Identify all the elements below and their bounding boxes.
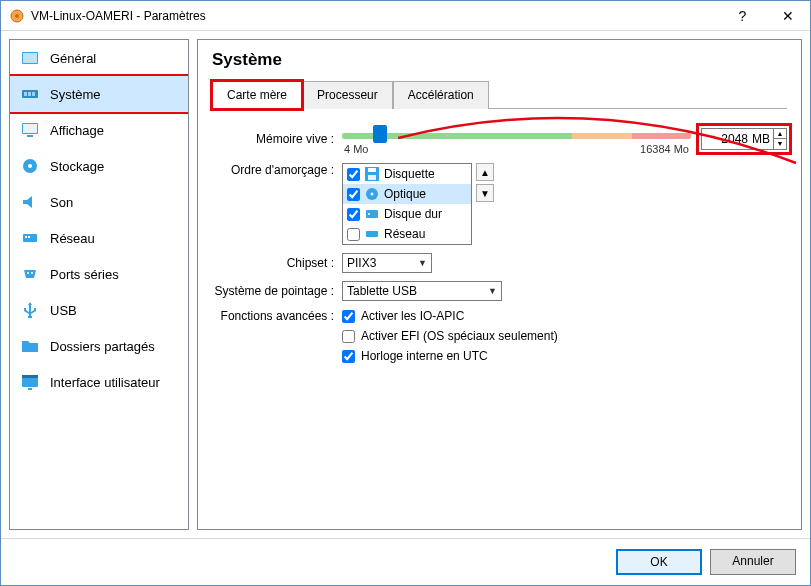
memory-label: Mémoire vive : bbox=[212, 132, 342, 146]
memory-value-input[interactable] bbox=[702, 132, 750, 146]
chipset-value: PIIX3 bbox=[347, 256, 376, 270]
adv-utc-checkbox[interactable] bbox=[342, 350, 355, 363]
svg-rect-5 bbox=[24, 92, 27, 96]
sidebar-item-serial[interactable]: Ports séries bbox=[10, 256, 188, 292]
sidebar-item-ui[interactable]: Interface utilisateur bbox=[10, 364, 188, 400]
sidebar-item-label: USB bbox=[50, 303, 77, 318]
tab-motherboard[interactable]: Carte mère bbox=[212, 81, 302, 109]
sidebar-item-display[interactable]: Affichage bbox=[10, 112, 188, 148]
hdd-icon bbox=[364, 206, 380, 222]
sidebar-item-label: Système bbox=[50, 87, 101, 102]
pointing-select[interactable]: Tablette USB ▼ bbox=[342, 281, 502, 301]
adv-efi-checkbox[interactable] bbox=[342, 330, 355, 343]
svg-point-16 bbox=[27, 272, 29, 274]
svg-rect-7 bbox=[32, 92, 35, 96]
boot-network-checkbox[interactable] bbox=[347, 228, 360, 241]
boot-optical-checkbox[interactable] bbox=[347, 188, 360, 201]
svg-rect-14 bbox=[25, 236, 27, 238]
titlebar-buttons: ? ✕ bbox=[720, 1, 810, 30]
tab-acceleration[interactable]: Accélération bbox=[393, 81, 489, 109]
chipset-label: Chipset : bbox=[212, 256, 342, 270]
boot-item-label: Réseau bbox=[384, 227, 425, 241]
sidebar-item-system[interactable]: Système bbox=[9, 74, 189, 114]
boot-item-label: Disque dur bbox=[384, 207, 442, 221]
pointing-row: Système de pointage : Tablette USB ▼ bbox=[212, 281, 787, 301]
svg-rect-19 bbox=[22, 375, 38, 378]
ok-button[interactable]: OK bbox=[616, 549, 702, 575]
sidebar-item-general[interactable]: Général bbox=[10, 40, 188, 76]
boot-label: Ordre d'amorçage : bbox=[212, 163, 342, 177]
sidebar-item-label: Réseau bbox=[50, 231, 95, 246]
sidebar-item-label: Dossiers partagés bbox=[50, 339, 155, 354]
folder-icon bbox=[20, 336, 40, 356]
floppy-icon bbox=[364, 166, 380, 182]
adv-utc[interactable]: Horloge interne en UTC bbox=[342, 349, 787, 363]
svg-point-1 bbox=[15, 14, 19, 18]
adv-ioapic[interactable]: Activer les IO-APIC bbox=[342, 309, 787, 323]
svg-rect-6 bbox=[28, 92, 31, 96]
close-button[interactable]: ✕ bbox=[765, 1, 810, 30]
chipset-select[interactable]: PIIX3 ▼ bbox=[342, 253, 432, 273]
chipset-row: Chipset : PIIX3 ▼ bbox=[212, 253, 787, 273]
cancel-button[interactable]: Annuler bbox=[710, 549, 796, 575]
sidebar-item-label: Affichage bbox=[50, 123, 104, 138]
system-icon bbox=[20, 84, 40, 104]
boot-reorder-buttons: ▲ ▼ bbox=[476, 163, 494, 245]
svg-rect-15 bbox=[28, 236, 30, 238]
sidebar-item-network[interactable]: Réseau bbox=[10, 220, 188, 256]
memory-spinbox[interactable]: MB ▲ ▼ bbox=[701, 128, 787, 150]
network-small-icon bbox=[364, 226, 380, 242]
svg-rect-22 bbox=[368, 168, 376, 172]
spin-down-button[interactable]: ▼ bbox=[774, 139, 786, 149]
sidebar-item-storage[interactable]: Stockage bbox=[10, 148, 188, 184]
sidebar-item-label: Interface utilisateur bbox=[50, 375, 160, 390]
boot-move-up-button[interactable]: ▲ bbox=[476, 163, 494, 181]
memory-row: Mémoire vive : 4 Mo 16384 Mo bbox=[212, 123, 787, 155]
boot-item-label: Disquette bbox=[384, 167, 435, 181]
sidebar-item-label: Ports séries bbox=[50, 267, 119, 282]
svg-point-27 bbox=[368, 213, 370, 215]
svg-rect-10 bbox=[27, 135, 33, 137]
memory-min: 4 Mo bbox=[344, 143, 368, 155]
tab-processor[interactable]: Processeur bbox=[302, 81, 393, 109]
boot-item-label: Optique bbox=[384, 187, 426, 201]
adv-ioapic-label: Activer les IO-APIC bbox=[361, 309, 464, 323]
titlebar: VM-Linux-OAMERI - Paramètres ? ✕ bbox=[1, 1, 810, 31]
ui-icon bbox=[20, 372, 40, 392]
adv-utc-label: Horloge interne en UTC bbox=[361, 349, 488, 363]
pointing-value: Tablette USB bbox=[347, 284, 417, 298]
spin-up-button[interactable]: ▲ bbox=[774, 129, 786, 139]
svg-rect-9 bbox=[23, 124, 37, 133]
help-button[interactable]: ? bbox=[720, 1, 765, 30]
adv-ioapic-checkbox[interactable] bbox=[342, 310, 355, 323]
svg-rect-23 bbox=[368, 175, 376, 180]
svg-rect-28 bbox=[366, 231, 378, 237]
boot-hdd-checkbox[interactable] bbox=[347, 208, 360, 221]
boot-item-hdd[interactable]: Disque dur bbox=[343, 204, 471, 224]
boot-order-list[interactable]: Disquette Optique Disque dur bbox=[342, 163, 472, 245]
storage-icon bbox=[20, 156, 40, 176]
sidebar-item-audio[interactable]: Son bbox=[10, 184, 188, 220]
sidebar-item-shared[interactable]: Dossiers partagés bbox=[10, 328, 188, 364]
content-panel: Système Carte mère Processeur Accélérati… bbox=[197, 39, 802, 530]
audio-icon bbox=[20, 192, 40, 212]
boot-floppy-checkbox[interactable] bbox=[347, 168, 360, 181]
svg-rect-3 bbox=[23, 53, 37, 63]
adv-efi[interactable]: Activer EFI (OS spéciaux seulement) bbox=[342, 329, 787, 343]
usb-icon bbox=[20, 300, 40, 320]
settings-window: VM-Linux-OAMERI - Paramètres ? ✕ Général… bbox=[0, 0, 811, 586]
adv-efi-label: Activer EFI (OS spéciaux seulement) bbox=[361, 329, 558, 343]
boot-item-floppy[interactable]: Disquette bbox=[343, 164, 471, 184]
boot-item-optical[interactable]: Optique bbox=[343, 184, 471, 204]
sidebar-item-usb[interactable]: USB bbox=[10, 292, 188, 328]
content-heading: Système bbox=[212, 50, 787, 70]
memory-slider[interactable]: 4 Mo 16384 Mo bbox=[342, 123, 691, 155]
boot-move-down-button[interactable]: ▼ bbox=[476, 184, 494, 202]
slider-thumb-icon[interactable] bbox=[373, 125, 387, 143]
memory-unit: MB bbox=[750, 132, 773, 146]
sidebar-item-label: Son bbox=[50, 195, 73, 210]
chevron-down-icon: ▼ bbox=[418, 258, 427, 268]
tabs: Carte mère Processeur Accélération bbox=[212, 80, 787, 109]
boot-order-row: Ordre d'amorçage : Disquette Optique bbox=[212, 163, 787, 245]
boot-item-network[interactable]: Réseau bbox=[343, 224, 471, 244]
